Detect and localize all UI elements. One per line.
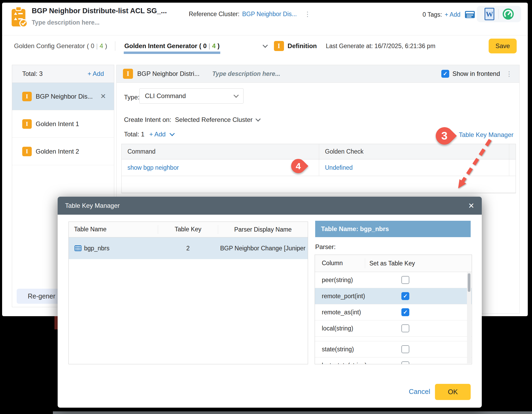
panel-menu-icon[interactable]: ⋮ [506,71,512,77]
cancel-button[interactable]: Cancel [407,387,432,396]
create-intent-row: Create Intent on: Selected Reference Clu… [124,116,260,123]
sidebar-item-bgp-neighbor[interactable]: I BGP Neighbor Dis... ✕ [12,83,114,110]
parser-row-last-state[interactable]: last_state(string) ✓ [315,357,472,364]
chevron-down-icon[interactable] [255,116,261,122]
parser-row-remote-as[interactable]: remote_as(int) ✓ [315,304,472,320]
sidebar-item-golden-intent-1[interactable]: I Golden Intent 1 [12,110,114,138]
parser-row-spacer [315,337,472,341]
tags-area: 0 Tags: + Add [423,11,475,19]
parser-row-local[interactable]: local(string) ✓ [315,320,472,337]
tags-list-icon[interactable] [465,11,475,19]
intent-badge-icon: I [123,69,133,79]
intent-badge-icon: I [22,92,32,101]
set-as-table-key-header: Set as Table Key [365,260,415,267]
command-add-button[interactable]: + Add [149,131,166,138]
chevron-down-icon[interactable] [263,43,268,48]
chevron-down-icon[interactable] [170,131,175,136]
table-key-manager-modal: Table Key Manager ✕ Table Name Table Key… [58,197,482,408]
intent-badge-icon: I [22,147,32,156]
intent-badge-icon: I [274,41,284,51]
gauge-icon[interactable] [502,8,514,20]
sidebar-add-button[interactable]: + Add [88,70,104,77]
column-header: Column [315,258,365,268]
tables-list: Table Name Table Key Parser Display Name… [68,222,308,364]
tab-divider [115,41,115,51]
table-key-checkbox[interactable]: ✓ [401,324,409,332]
parser-display-name-cell: BGP Neighbor Change [Juniper [218,245,308,252]
type-select[interactable]: CLI Command [139,88,244,104]
sidebar-item-golden-intent-2[interactable]: I Golden Intent 2 [12,138,114,165]
definition-label: Definition [288,42,317,50]
last-generate-timestamp: Last Generate at: 16/7/2025, 6:21:36 pm [326,43,435,50]
intent-badge-icon: I [22,119,32,129]
table-key-checkbox[interactable]: ✓ [401,276,409,284]
tab-golden-intent-generator[interactable]: Golden Intent Generator ( 0 | 4 ) [124,42,219,50]
show-in-frontend-checkbox[interactable]: ✓ [441,70,449,78]
scrollbar-thumb[interactable] [468,273,470,292]
intent-clipboard-icon [10,6,29,29]
command-column-header: Command [122,148,319,155]
ok-button[interactable]: OK [435,384,471,400]
pill-divider [498,9,499,19]
command-total-row: Total: 1 + Add [124,131,174,138]
reference-cluster-label: Reference Cluster: [189,11,240,18]
type-label: Type: [124,94,140,101]
modal-close-icon[interactable]: ✕ [468,201,474,210]
table-grid-icon [75,245,81,251]
show-in-frontend-label: Show in frontend [452,70,500,77]
table-key-cell: 2 [158,245,218,252]
background-artifact [54,316,58,329]
table-key-column-header: Table Key [158,225,218,234]
command-link[interactable]: show bgp neighbor [127,164,179,171]
toolbar: Golden Config Generator ( 0 | 4 ) Golden… [2,35,528,57]
parser-label: Parser: [315,243,336,251]
intent-description-placeholder[interactable]: Type description here... [212,70,280,77]
parser-display-name-column-header: Parser Display Name [218,226,308,233]
command-total-label: Total: 1 [124,131,144,138]
reference-cluster-menu-icon[interactable]: ⋮ [304,11,311,17]
close-icon[interactable]: ✕ [100,92,106,100]
svg-text:W: W [486,10,493,18]
actions-column-header [509,144,516,159]
save-button[interactable]: Save [489,39,517,53]
intent-detail-header: I BGP Neighbor Distri... Type descriptio… [117,65,519,83]
table-key-checkbox[interactable]: ✓ [401,345,409,353]
sidebar-item-label: BGP Neighbor Dis... [36,93,93,100]
golden-check-link[interactable]: Undefined [325,164,353,171]
sidebar-header: Total: 3 + Add [12,65,114,83]
modal-title: Table Key Manager [65,202,120,209]
tab-golden-config-generator[interactable]: Golden Config Generator ( 0 | 4 ) [14,42,107,50]
intent-name: BGP Neighbor Distri... [137,70,200,77]
tags-count-label: 0 Tags: [423,11,442,18]
reference-cluster-link[interactable]: BGP Neighbor Dis... [242,11,297,18]
parser-table-scrollbar[interactable] [467,272,471,364]
modal-title-bar[interactable]: Table Key Manager ✕ [58,197,482,215]
description-placeholder[interactable]: Type description here... [32,19,99,26]
selected-table-header: Table Name: bgp_nbrs [315,221,471,237]
chevron-down-icon [233,93,239,98]
word-export-icon[interactable]: W [484,8,495,20]
reference-cluster: Reference Cluster: BGP Neighbor Dis... ⋮ [189,11,311,18]
table-key-checkbox[interactable]: ✓ [401,308,409,316]
tables-list-header: Table Name Table Key Parser Display Name [69,222,308,237]
type-select-value: CLI Command [145,92,186,100]
table-row-bgp-nbrs[interactable]: bgp_nbrs 2 BGP Neighbor Change [Juniper [69,237,308,259]
table-key-checkbox[interactable]: ✓ [401,361,409,364]
sidebar-item-label: Golden Intent 2 [36,148,79,155]
sidebar-item-label: Golden Intent 1 [36,120,79,128]
parser-row-peer[interactable]: peer(string) ✓ [315,272,472,288]
table-name-column-header: Table Name [69,225,158,234]
create-intent-value[interactable]: Selected Reference Cluster [175,116,253,123]
header: BGP Neighbor Distribute-list ACL SG_... … [2,3,528,35]
parser-columns-table: Column Set as Table Key peer(string) ✓ r… [315,255,472,364]
create-intent-label: Create Intent on: [124,116,171,123]
screen: BGP Neighbor Distribute-list ACL SG_... … [0,0,532,414]
taskbar-sliver [53,411,532,414]
table-key-checkbox[interactable]: ✓ [401,292,409,300]
parser-row-state[interactable]: state(string) ✓ [315,341,472,357]
table-name-cell: bgp_nbrs [84,245,109,252]
sidebar-total-label: Total: 3 [22,70,43,77]
parser-row-remote-port[interactable]: remote_port(int) ✓ [315,288,472,304]
dashed-arrow [449,134,499,195]
tags-add-button[interactable]: + Add [445,11,460,18]
